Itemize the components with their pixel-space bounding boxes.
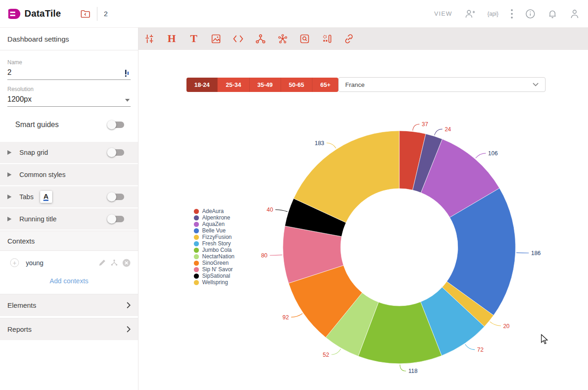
legend-label: Belle Vue	[202, 227, 226, 234]
legend-item[interactable]: SinoGreen	[194, 260, 234, 266]
legend-label: Sip N' Savor	[202, 266, 233, 273]
legend-item[interactable]: Wellspring	[194, 279, 234, 286]
age-filter-button[interactable]: 35-49	[249, 78, 281, 92]
image-icon[interactable]	[205, 28, 227, 50]
expand-triangle-icon[interactable]	[7, 172, 12, 177]
age-filter-button[interactable]: 18-24	[186, 78, 217, 92]
datatile-logo-icon	[8, 7, 21, 20]
slice-value-label: 24	[444, 126, 451, 133]
font-style-icon[interactable]: A	[40, 191, 52, 203]
chevron-right-icon	[126, 302, 131, 309]
topbar-divider	[97, 7, 97, 21]
label-leader-line	[276, 210, 288, 212]
snap-grid-toggle[interactable]	[108, 149, 124, 156]
legend-swatch	[194, 267, 199, 272]
age-filter-button[interactable]: 50-65	[281, 78, 312, 92]
legend-item[interactable]: AdeAura	[194, 208, 234, 214]
legend-label: Jumbo Cola	[202, 247, 232, 253]
slice-value-label: 40	[267, 207, 273, 213]
legend-item[interactable]: AquaZen	[194, 221, 234, 227]
context-nodes-icon[interactable]	[110, 259, 118, 267]
add-contexts-button[interactable]: Add contexts	[0, 277, 138, 285]
legend-item[interactable]: Jumbo Cola	[194, 247, 234, 253]
legend-swatch	[194, 235, 199, 240]
share-nodes-icon[interactable]	[249, 28, 271, 50]
dashboard-canvas: 18-2425-3435-4950-6565+ France AdeAuraAl…	[138, 50, 588, 390]
expand-triangle-icon[interactable]	[7, 195, 12, 199]
common-styles-row[interactable]: Common styles	[0, 164, 138, 185]
tabs-label: Tabs	[19, 193, 34, 201]
kebab-menu-icon[interactable]	[510, 9, 513, 19]
running-title-row[interactable]: Running title	[0, 208, 138, 230]
sidebar-item-reports[interactable]: Reports	[0, 318, 138, 340]
snap-grid-row[interactable]: Snap grid	[0, 142, 138, 163]
edit-pencil-icon[interactable]	[98, 259, 106, 267]
info-icon[interactable]	[525, 9, 535, 19]
mouse-cursor	[541, 334, 548, 345]
cluster-icon[interactable]	[271, 28, 294, 50]
legend-label: AquaZen	[202, 221, 225, 227]
notifications-icon[interactable]	[547, 9, 558, 19]
legend-swatch	[194, 248, 199, 253]
age-filter-button[interactable]: 25-34	[217, 78, 249, 92]
expand-triangle-icon[interactable]	[7, 217, 12, 221]
link-icon[interactable]	[338, 28, 360, 50]
slice-value-label: 92	[282, 314, 289, 321]
age-filter-button[interactable]: 65+	[312, 78, 338, 92]
name-input[interactable]: 2	[7, 68, 12, 77]
legend-swatch	[194, 280, 199, 285]
context-item[interactable]: + young	[0, 251, 138, 270]
embed-code-icon[interactable]	[227, 28, 249, 50]
remove-context-icon[interactable]	[122, 259, 131, 267]
legend-label: NectarNation	[202, 253, 234, 260]
legend-swatch	[194, 215, 199, 220]
legend-label: SinoGreen	[202, 260, 228, 266]
text-icon[interactable]: T	[183, 28, 205, 50]
add-circle-icon[interactable]: +	[10, 258, 19, 267]
legend-item[interactable]: SipSational	[194, 273, 234, 279]
legend-swatch	[194, 209, 199, 214]
running-title-label: Running title	[19, 215, 57, 223]
slice-value-label: 52	[323, 352, 329, 358]
add-user-icon[interactable]	[464, 9, 475, 19]
tabs-toggle[interactable]	[108, 194, 124, 200]
account-icon[interactable]	[570, 9, 580, 19]
heading-icon[interactable]: H	[161, 28, 183, 50]
reports-label: Reports	[7, 325, 32, 333]
legend-item[interactable]: Alpenkrone	[194, 214, 234, 221]
legend-label: Alpenkrone	[202, 214, 230, 221]
legend-item[interactable]: NectarNation	[194, 253, 234, 260]
sidebar: Dashboard settings Name 2 Resolution	[0, 28, 138, 390]
topbar-actions: VIEW {api}	[434, 9, 580, 19]
label-leader-line	[465, 344, 475, 350]
view-button[interactable]: VIEW	[434, 10, 452, 17]
country-select[interactable]: France	[338, 77, 546, 92]
running-title-toggle[interactable]	[108, 216, 124, 222]
field-options-icon[interactable]	[124, 70, 130, 77]
slice-value-label: 106	[488, 150, 498, 157]
api-icon[interactable]: {api}	[487, 11, 498, 17]
resolution-field: Resolution 1200px	[7, 86, 131, 107]
age-filter-group: 18-2425-3435-4950-6565+	[186, 78, 338, 92]
legend-item[interactable]: Sip N' Savor	[194, 266, 234, 273]
settings-sliders-icon[interactable]	[138, 28, 161, 50]
slice-value-label: 37	[422, 121, 428, 128]
sidebar-item-elements[interactable]: Elements	[0, 294, 138, 316]
name-field-label: Name	[7, 59, 131, 66]
resolution-field-label: Resolution	[7, 86, 131, 92]
widget-settings-icon[interactable]	[316, 28, 338, 50]
legend-swatch	[194, 228, 199, 233]
smart-guides-toggle[interactable]	[108, 122, 124, 128]
legend-item[interactable]: FizzyFusion	[194, 234, 234, 240]
slice-value-label: 80	[261, 252, 268, 259]
tabs-row[interactable]: Tabs A	[0, 186, 138, 207]
app-logo[interactable]: DataTile	[8, 7, 61, 20]
resolution-select[interactable]: 1200px	[7, 95, 32, 104]
legend-item[interactable]: Belle Vue	[194, 227, 234, 234]
expand-triangle-icon[interactable]	[7, 150, 12, 155]
back-folder-icon[interactable]	[80, 9, 90, 18]
legend-swatch	[194, 254, 199, 259]
chevron-down-icon[interactable]	[125, 99, 130, 102]
legend-item[interactable]: Fresh Story	[194, 240, 234, 247]
search-box-icon[interactable]	[294, 28, 316, 50]
